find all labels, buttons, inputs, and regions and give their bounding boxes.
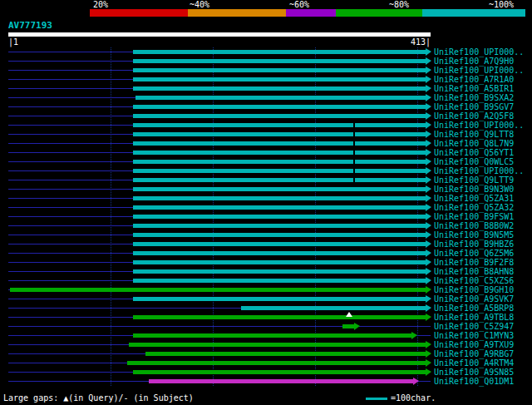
- hit-arrowhead-icon: [426, 185, 431, 193]
- hit-label[interactable]: UniRef100_Q01DM1: [434, 377, 514, 386]
- hit-label[interactable]: UniRef100_C5Z947: [434, 322, 514, 331]
- hit-bar[interactable]: [133, 370, 426, 374]
- hit-bar[interactable]: [133, 151, 426, 155]
- hit-bar[interactable]: [133, 169, 426, 173]
- hit-arrowhead-icon: [354, 323, 360, 330]
- hit-label[interactable]: UniRef100_B9N3W0: [434, 185, 514, 194]
- hit-bar[interactable]: [133, 315, 426, 319]
- hit-label[interactable]: UniRef100_A2Q5F8: [434, 111, 514, 121]
- scale-label: ~80%: [389, 1, 409, 9]
- hit-label[interactable]: UniRef100_A9RBG7: [434, 349, 514, 358]
- query-name: AV777193: [8, 21, 52, 31]
- hit-bar[interactable]: [133, 269, 426, 274]
- hit-bar[interactable]: [133, 251, 426, 255]
- hit-bar[interactable]: [133, 233, 426, 237]
- hit-label[interactable]: UniRef100_A9TBL8: [434, 313, 514, 322]
- hit-bar[interactable]: [133, 196, 426, 200]
- hit-label[interactable]: UniRef100_Q9LTT9: [434, 175, 514, 185]
- hit-bar[interactable]: [241, 306, 426, 310]
- hit-bar[interactable]: [133, 279, 426, 283]
- hit-label[interactable]: UniRef100_A9TXU9: [434, 340, 514, 349]
- hit-label[interactable]: UniRef100_Q9LTT8: [434, 130, 514, 139]
- hit-arrowhead-icon: [426, 195, 431, 202]
- hit-bar[interactable]: [133, 333, 411, 338]
- hit-bar[interactable]: [133, 123, 426, 127]
- hit-row: UniRef100_Q0WLC5: [0, 157, 532, 166]
- hit-label[interactable]: UniRef100_A4RTM4: [434, 358, 514, 368]
- scale-segment-red: [90, 9, 188, 17]
- hit-label[interactable]: UniRef100_B9N5M5: [434, 230, 514, 240]
- hit-label[interactable]: UniRef100_B9GH10: [434, 285, 514, 294]
- hit-row: UniRef100_A9SN85: [0, 368, 532, 377]
- hit-bar[interactable]: [133, 205, 426, 210]
- hit-bar[interactable]: [133, 224, 426, 228]
- hit-label[interactable]: UniRef100_B9FSW1: [434, 212, 514, 221]
- hit-bar[interactable]: [133, 77, 426, 81]
- hit-row: UniRef100_Q6Z5M6: [0, 249, 532, 258]
- hit-bar[interactable]: [133, 160, 426, 164]
- hit-label[interactable]: UniRef100_C5XZS6: [434, 276, 514, 285]
- gap-subject-marker: [353, 151, 355, 155]
- hit-arrowhead-icon: [426, 67, 431, 74]
- hit-label[interactable]: UniRef100_B9F2F8: [434, 258, 514, 267]
- hit-bar[interactable]: [133, 260, 426, 264]
- hit-bar[interactable]: [133, 178, 426, 182]
- hit-label[interactable]: UniRef100_B9HBZ6: [434, 240, 514, 249]
- hit-label[interactable]: UniRef100_UPI000..: [434, 166, 524, 175]
- hit-bar[interactable]: [127, 361, 426, 365]
- hit-row: UniRef100_B9FSW1: [0, 212, 532, 221]
- hit-bar[interactable]: [133, 114, 426, 118]
- hit-label[interactable]: UniRef100_A9SVK7: [434, 294, 514, 304]
- hit-label[interactable]: UniRef100_A5BRP8: [434, 304, 514, 313]
- hit-label[interactable]: UniRef100_A7Q9H0: [434, 57, 514, 66]
- scale-segment-black: [8, 9, 90, 17]
- legend-scale-text: =100char.: [391, 393, 436, 403]
- hit-label[interactable]: UniRef100_B8AHN8: [434, 267, 514, 276]
- hit-row: UniRef100_A5BRP8: [0, 304, 532, 313]
- hit-arrowhead-icon: [426, 341, 431, 348]
- hit-label[interactable]: UniRef100_Q0WLC5: [434, 157, 514, 166]
- hit-label[interactable]: UniRef100_Q6Z5M6: [434, 249, 514, 258]
- hit-bar[interactable]: [133, 59, 426, 63]
- hit-bar[interactable]: [133, 50, 426, 54]
- hit-label[interactable]: UniRef100_B9SGV7: [434, 102, 514, 111]
- hit-bar[interactable]: [145, 352, 426, 356]
- hit-bar[interactable]: [133, 297, 426, 301]
- gap-subject-marker: [353, 160, 355, 164]
- hit-arrowhead-icon: [426, 158, 431, 165]
- hit-bar[interactable]: [342, 324, 354, 328]
- hit-row: UniRef100_B9F2F8: [0, 258, 532, 267]
- hit-bar[interactable]: [133, 187, 426, 191]
- hit-label[interactable]: UniRef100_Q8L7N9: [434, 139, 514, 148]
- hit-bar[interactable]: [133, 105, 426, 109]
- hit-label[interactable]: UniRef100_Q5ZA32: [434, 203, 514, 212]
- legend-bar: Large gaps: ▲(in Query)/- (in Subject) =…: [0, 391, 532, 405]
- hit-bar[interactable]: [133, 86, 426, 91]
- hit-label[interactable]: UniRef100_B9SXA2: [434, 93, 514, 102]
- hit-bar[interactable]: [149, 379, 413, 383]
- hit-label[interactable]: UniRef100_UPI000..: [434, 121, 524, 130]
- hit-bar[interactable]: [129, 343, 426, 347]
- hit-label[interactable]: UniRef100_C1MYN3: [434, 331, 514, 340]
- hit-row: UniRef100_Q8L7N9: [0, 139, 532, 148]
- hit-bar[interactable]: [133, 68, 426, 72]
- hit-label[interactable]: UniRef100_UPI000..: [434, 47, 524, 57]
- hit-label[interactable]: UniRef100_A7R1A0: [434, 75, 514, 84]
- hit-label[interactable]: UniRef100_B8B0W2: [434, 221, 514, 230]
- hit-bar[interactable]: [133, 242, 426, 246]
- hit-bar[interactable]: [133, 132, 426, 136]
- scale-label: ~100%: [489, 1, 514, 9]
- hit-label[interactable]: UniRef100_UPI000..: [434, 66, 524, 75]
- hit-label[interactable]: UniRef100_Q5ZA31: [434, 194, 514, 203]
- hit-label[interactable]: UniRef100_A9SN85: [434, 368, 514, 377]
- hit-row: UniRef100_UPI000..: [0, 166, 532, 175]
- hit-bar[interactable]: [133, 215, 426, 219]
- hit-bar[interactable]: [10, 288, 426, 292]
- hit-arrowhead-icon: [426, 231, 431, 239]
- gap-subject-marker: [353, 132, 355, 136]
- hit-bar[interactable]: [135, 96, 426, 100]
- hit-label[interactable]: UniRef100_A5BIR1: [434, 84, 514, 93]
- hit-row: UniRef100_Q5ZA32: [0, 203, 532, 212]
- hit-label[interactable]: UniRef100_Q56YT1: [434, 148, 514, 157]
- hit-bar[interactable]: [133, 141, 426, 146]
